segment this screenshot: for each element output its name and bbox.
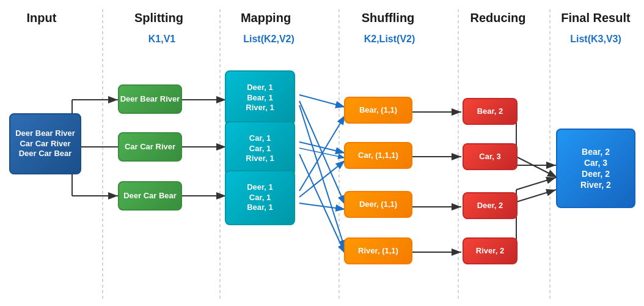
svg-line-30 (516, 157, 557, 177)
shuffle-node-2: Car, (1,1,1) (344, 142, 412, 169)
result-node: Bear, 2 Car, 3 Deer, 2 River, 2 (556, 129, 635, 208)
subheader-splitting: K1,V1 (128, 34, 196, 45)
svg-line-17 (299, 105, 345, 250)
split-node-1: Deer Bear River (118, 84, 182, 114)
shuffle-node-1: Bear, (1,1) (344, 97, 412, 124)
header-shuffling: Shuffling (348, 11, 428, 25)
reduce-node-2: Car, 3 (463, 143, 518, 170)
reduce-node-3: Deer, 2 (463, 192, 518, 219)
subheader-final: List(K3,V3) (556, 34, 635, 45)
svg-line-15 (299, 95, 345, 107)
svg-line-20 (299, 154, 345, 254)
svg-line-19 (299, 148, 345, 158)
diagram-svg (0, 0, 644, 306)
shuffle-node-4: River, (1,1) (344, 237, 412, 264)
svg-line-34 (516, 190, 556, 202)
reduce-node-1: Bear, 2 (463, 98, 518, 125)
input-node: Deer Bear River Car Car River Deer Car B… (9, 113, 81, 174)
subheader-shuffling: K2,List(V2) (345, 34, 434, 45)
svg-line-22 (299, 160, 345, 197)
split-node-2: Car Car River (118, 132, 182, 162)
header-mapping: Mapping (229, 11, 302, 25)
mapreduce-diagram: Input Splitting Mapping Shuffling Reduci… (0, 0, 644, 306)
subheader-mapping: List(K2,V2) (229, 34, 309, 45)
svg-line-18 (299, 142, 345, 153)
map-node-2: Car, 1 Car, 1 River, 1 (225, 121, 295, 176)
split-node-3: Deer Car Bear (118, 181, 182, 211)
svg-line-32 (516, 177, 556, 190)
header-input: Input (11, 11, 72, 25)
map-node-3: Deer, 1 Car, 1 Bear, 1 (225, 170, 295, 225)
svg-line-23 (299, 203, 345, 209)
svg-line-16 (299, 101, 345, 205)
header-final: Final Result (556, 11, 635, 25)
header-splitting: Splitting (119, 11, 199, 25)
shuffle-node-3: Deer, (1,1) (344, 191, 412, 218)
header-reducing: Reducing (464, 11, 532, 25)
svg-line-21 (299, 115, 345, 191)
reduce-node-4: River, 2 (463, 237, 518, 264)
map-node-1: Deer, 1 Bear, 1 River, 1 (225, 70, 295, 125)
